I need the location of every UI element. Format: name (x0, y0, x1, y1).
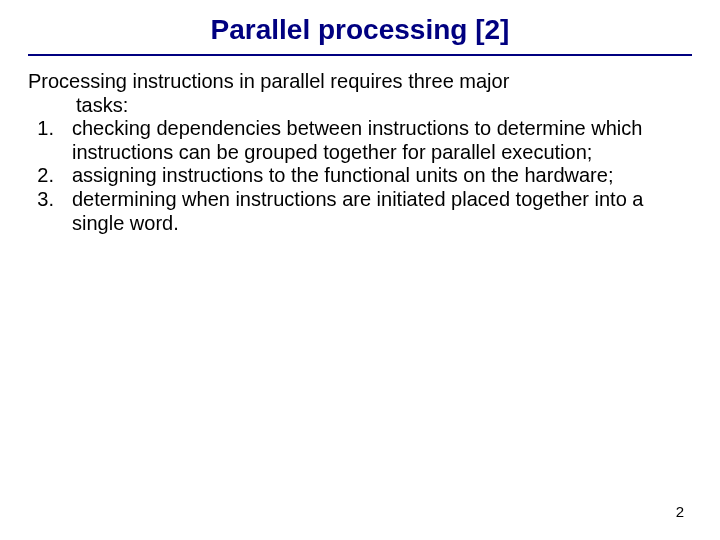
list-item: 2. assigning instructions to the functio… (28, 164, 692, 188)
slide-body: Processing instructions in parallel requ… (28, 56, 692, 235)
title-area: Parallel processing [2] (28, 14, 692, 52)
slide: Parallel processing [2] Processing instr… (0, 0, 720, 540)
intro-text: Processing instructions in parallel requ… (28, 70, 692, 117)
page-number: 2 (676, 503, 684, 520)
list-number: 2. (28, 164, 58, 188)
list-number: 1. (28, 117, 58, 141)
slide-title: Parallel processing [2] (28, 14, 692, 46)
list-number: 3. (28, 188, 58, 212)
task-list: 1. checking dependencies between instruc… (28, 117, 692, 235)
list-text: checking dependencies between instructio… (58, 117, 692, 164)
intro-line-2: tasks: (28, 94, 692, 118)
list-item: 3. determining when instructions are ini… (28, 188, 692, 235)
intro-line-1: Processing instructions in parallel requ… (28, 70, 692, 94)
list-text: determining when instructions are initia… (58, 188, 692, 235)
list-text: assigning instructions to the functional… (58, 164, 692, 188)
list-item: 1. checking dependencies between instruc… (28, 117, 692, 164)
